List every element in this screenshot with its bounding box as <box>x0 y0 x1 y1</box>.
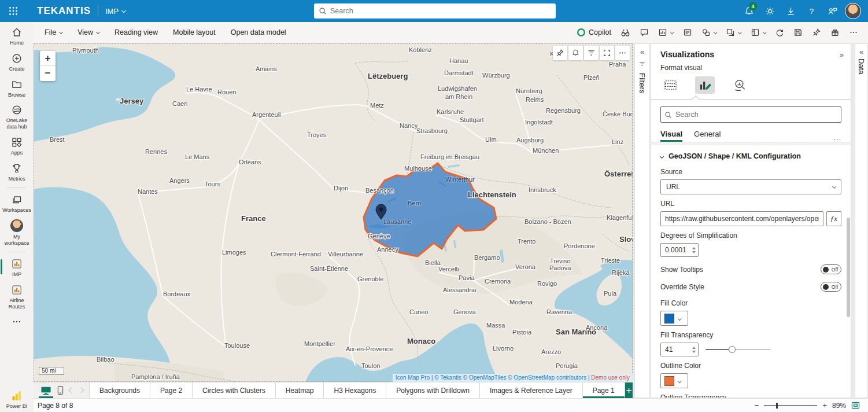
sidebar-item-metrics[interactable]: Metrics <box>0 159 34 185</box>
menu-item-file[interactable]: File <box>38 25 69 40</box>
sensitivity-button[interactable] <box>826 24 844 41</box>
text-box-button[interactable] <box>679 24 696 41</box>
alert-button[interactable] <box>568 46 583 60</box>
menu-item-open-data-model[interactable]: Open data model <box>224 25 293 40</box>
data-pane-collapsed[interactable]: « Data <box>855 43 868 398</box>
page-tab-page-1[interactable]: Page 1 <box>583 382 625 398</box>
url-input[interactable]: https://raw.githubusercontent.com/openla… <box>660 211 823 226</box>
menu-item-view[interactable]: View <box>71 25 106 40</box>
settings-button[interactable] <box>760 2 779 20</box>
page-tab-backgrounds[interactable]: Backgrounds <box>89 382 150 398</box>
mobile-layout-button[interactable] <box>57 382 64 398</box>
spin-down-icon[interactable] <box>692 251 696 253</box>
previous-page-button[interactable] <box>69 382 73 398</box>
page-tab-heatmap[interactable]: Heatmap <box>276 382 324 398</box>
fx-conditional-format-button[interactable]: ƒx <box>826 211 841 226</box>
next-page-button[interactable] <box>79 382 83 398</box>
workspace-switcher[interactable]: IMP <box>105 7 125 16</box>
outline-color-dropdown[interactable] <box>660 373 688 388</box>
format-tab-icon[interactable] <box>695 76 715 94</box>
new-visual-button[interactable] <box>654 24 678 41</box>
menu-item-reading-view[interactable]: Reading view <box>108 25 164 40</box>
expand-filters-icon[interactable]: « <box>640 44 644 56</box>
expand-data-icon[interactable]: « <box>859 44 863 56</box>
sidebar-item-workspaces[interactable]: Workspaces <box>0 190 34 216</box>
source-dropdown[interactable]: URL <box>660 179 841 194</box>
sidebar-item-my-workspace[interactable]: My workspace <box>0 216 34 249</box>
sidebar-item-create[interactable]: Create <box>0 49 34 75</box>
pin-button[interactable] <box>808 24 825 41</box>
more-options-button[interactable] <box>845 24 862 41</box>
download-button[interactable] <box>781 2 800 20</box>
analytics-tab-icon[interactable] <box>730 76 749 94</box>
slider-thumb[interactable] <box>776 403 778 409</box>
sidebar-item-imp[interactable]: IMP <box>0 255 34 281</box>
notifications-button[interactable]: 4 <box>740 2 758 20</box>
tabs-more-icon[interactable]: ... <box>833 133 841 142</box>
page-tab-circles-with-clusters[interactable]: Circles with Clusters <box>193 382 276 398</box>
zoom-slider[interactable] <box>764 402 817 409</box>
attribution-link[interactable]: OpenStreetMap contributors <box>514 374 587 381</box>
page-tab-page-2[interactable]: Page 2 <box>150 382 193 398</box>
fields-tab-icon[interactable] <box>660 76 680 94</box>
attribution-link[interactable]: Icon Map Pro <box>396 374 430 381</box>
attribution-link[interactable]: OpenMapTiles <box>469 374 507 381</box>
zoom-out-button[interactable]: − <box>40 66 56 81</box>
account-avatar[interactable] <box>844 2 862 20</box>
explore-button[interactable] <box>616 24 634 41</box>
zoom-out-button[interactable]: − <box>755 401 759 410</box>
more-options-button[interactable] <box>615 46 630 60</box>
format-search-input[interactable] <box>675 111 837 119</box>
zoom-in-button[interactable]: + <box>40 51 56 66</box>
sidebar-item-home[interactable]: Home <box>0 23 34 49</box>
sidebar-item-item[interactable] <box>0 312 34 330</box>
section-geojson-config[interactable]: GeoJSON / Shape / KML Configuration <box>651 145 851 163</box>
slider-thumb[interactable] <box>729 346 736 353</box>
spin-down-icon[interactable] <box>692 351 696 353</box>
search-input[interactable] <box>330 7 551 15</box>
sidebar-item-onelake-data-hub[interactable]: OneLake data hub <box>0 101 34 133</box>
fill-color-dropdown[interactable] <box>660 311 688 326</box>
pane-scrollbar[interactable] <box>847 218 850 317</box>
page-layout-button[interactable] <box>747 24 770 41</box>
add-page-button[interactable]: + <box>625 382 633 398</box>
tab-general[interactable]: General <box>694 130 721 142</box>
spin-up-icon[interactable] <box>692 347 696 349</box>
spinner-control[interactable] <box>692 347 697 353</box>
tab-visual[interactable]: Visual <box>660 130 682 142</box>
filter-visual-button[interactable] <box>584 46 599 60</box>
page-tab-polygons-with-drilldown[interactable]: Polygons with Drilldown <box>386 382 480 398</box>
spinner-control[interactable] <box>692 247 697 253</box>
override-style-toggle[interactable]: Off <box>821 282 841 292</box>
fill-transparency-input[interactable]: 41 <box>660 343 699 356</box>
page-tab-h3-hexagons[interactable]: H3 Hexagons <box>324 382 386 398</box>
sidebar-item-airline-routes[interactable]: Airline Routes <box>0 281 34 313</box>
pin-visual-button[interactable] <box>553 46 567 60</box>
map-visual[interactable]: PlymouthAmiensKoblenzHanauDarmstadtWürzb… <box>34 43 633 382</box>
page-tab-images-reference-layer[interactable]: Images & Reference Layer <box>480 382 583 398</box>
global-search[interactable] <box>314 3 556 19</box>
focus-mode-button[interactable] <box>600 46 614 60</box>
sidebar-item-browse[interactable]: Browse <box>0 75 34 101</box>
app-launcher-icon[interactable] <box>0 0 27 22</box>
attribution-link[interactable]: © Tekantis <box>434 374 461 381</box>
comments-button[interactable] <box>636 24 653 41</box>
refresh-button[interactable] <box>771 24 788 41</box>
spin-up-icon[interactable] <box>692 247 696 249</box>
web-layout-button[interactable] <box>40 382 51 398</box>
shapes-button[interactable] <box>697 24 721 41</box>
fit-to-page-button[interactable] <box>851 402 860 409</box>
filters-pane-collapsed[interactable]: « Filters <box>634 43 650 398</box>
sidebar-item-apps[interactable]: Apps <box>0 133 34 159</box>
copilot-button[interactable]: Copilot <box>572 24 615 41</box>
simplification-input[interactable]: 0.0001 <box>660 243 699 257</box>
expand-pane-icon[interactable]: » <box>840 50 844 59</box>
help-button[interactable]: ? <box>802 2 821 20</box>
menu-item-mobile-layout[interactable]: Mobile layout <box>167 25 222 40</box>
tooltips-toggle[interactable]: Off <box>821 264 841 274</box>
feedback-button[interactable] <box>823 2 841 20</box>
save-button[interactable] <box>789 24 807 41</box>
fill-transparency-slider[interactable] <box>706 346 770 353</box>
zoom-in-button[interactable]: + <box>822 401 827 410</box>
format-search[interactable] <box>660 106 841 123</box>
